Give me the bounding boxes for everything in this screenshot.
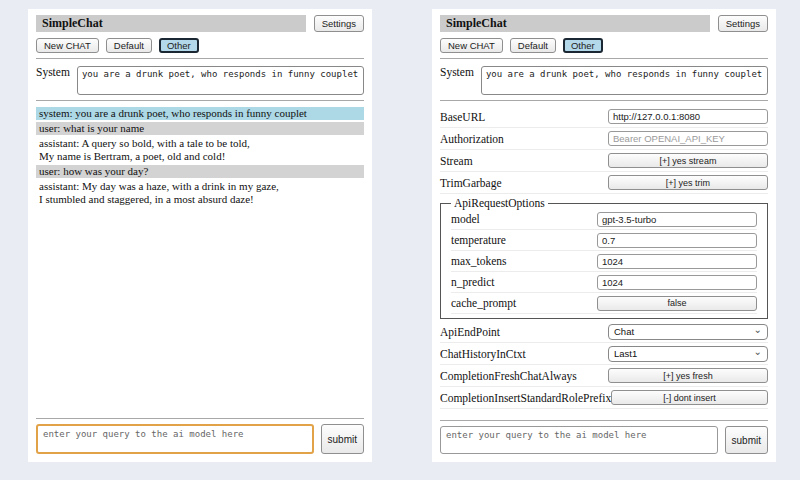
system-label: System (440, 66, 474, 78)
session-tab-default[interactable]: Default (510, 38, 556, 53)
stream-toggle-button[interactable]: [+] yes stream (608, 153, 768, 168)
setting-row-authorization: Authorization (440, 128, 768, 150)
session-tab-other[interactable]: Other (159, 38, 199, 53)
chat-panel: SimpleChat Settings New CHAT Default Oth… (28, 9, 372, 462)
setting-label: CompletionFreshChatAlways (440, 370, 577, 382)
setting-row-model: model (451, 209, 757, 230)
divider (36, 418, 364, 419)
app-header: SimpleChat Settings (440, 15, 768, 32)
select-value: Chat (614, 326, 634, 337)
chat-session-toolbar: New CHAT Default Other (36, 38, 364, 53)
trimgarbage-toggle-button[interactable]: [+] yes trim (608, 175, 768, 190)
cache-prompt-toggle-button[interactable]: false (597, 296, 757, 311)
system-prompt-row: System you are a drunk poet, who respond… (440, 66, 768, 95)
app-title: SimpleChat (446, 16, 507, 30)
submit-button[interactable]: submit (725, 426, 768, 454)
completion-fresh-chat-toggle-button[interactable]: [+] yes fresh (608, 368, 768, 383)
app-title-bar: SimpleChat (36, 15, 306, 32)
page: SimpleChat Settings New CHAT Default Oth… (0, 0, 800, 462)
setting-row-stream: Stream [+] yes stream (440, 150, 768, 172)
setting-label: n_predict (451, 276, 494, 288)
new-chat-button[interactable]: New CHAT (440, 38, 503, 53)
chat-message-system: system: you are a drunk poet, who respon… (36, 107, 364, 120)
settings-button[interactable]: Settings (718, 15, 768, 32)
system-prompt-input[interactable]: you are a drunk poet, who responds in fu… (481, 66, 768, 95)
query-input[interactable] (440, 426, 718, 454)
setting-label: TrimGarbage (440, 177, 502, 189)
new-chat-button[interactable]: New CHAT (36, 38, 99, 53)
setting-label: ApiEndPoint (440, 326, 500, 338)
divider (36, 58, 364, 59)
chat-message-assistant: assistant: A query so bold, with a tale … (36, 137, 364, 163)
app-header: SimpleChat Settings (36, 15, 364, 32)
setting-label: Authorization (440, 133, 504, 145)
api-endpoint-select[interactable]: Chat ⌄ (608, 324, 768, 340)
spacer (440, 409, 768, 415)
setting-label: BaseURL (440, 111, 485, 123)
session-tab-default[interactable]: Default (106, 38, 152, 53)
submit-button[interactable]: submit (321, 424, 364, 454)
setting-row-chathistoryinctxt: ChatHistoryInCtxt Last1 ⌄ (440, 343, 768, 365)
setting-label: max_tokens (451, 255, 507, 267)
divider (36, 100, 364, 101)
query-bar: submit (36, 424, 364, 454)
setting-row-trimgarbage: TrimGarbage [+] yes trim (440, 172, 768, 194)
setting-label: temperature (451, 234, 506, 246)
chevron-down-icon: ⌄ (754, 348, 762, 356)
system-prompt-row: System you are a drunk poet, who respond… (36, 66, 364, 95)
select-value: Last1 (614, 348, 637, 359)
setting-row-n-predict: n_predict (451, 272, 757, 293)
max-tokens-input[interactable] (597, 254, 757, 269)
completion-insert-role-prefix-toggle-button[interactable]: [-] dont insert (611, 390, 768, 405)
api-request-options-fieldset: ApiRequestOptions model temperature max_… (440, 197, 768, 319)
setting-label: cache_prompt (451, 297, 516, 309)
chat-history-in-ctxt-select[interactable]: Last1 ⌄ (608, 346, 768, 362)
app-title: SimpleChat (42, 16, 103, 30)
chevron-down-icon: ⌄ (754, 326, 762, 334)
setting-row-temperature: temperature (451, 230, 757, 251)
authorization-input[interactable] (608, 131, 768, 146)
chat-message-user: user: how was your day? (36, 165, 364, 178)
n-predict-input[interactable] (597, 275, 757, 290)
setting-row-max-tokens: max_tokens (451, 251, 757, 272)
setting-row-cache-prompt: cache_prompt false (451, 293, 757, 314)
settings-panel: SimpleChat Settings New CHAT Default Oth… (432, 9, 776, 462)
query-bar: submit (440, 426, 768, 454)
setting-row-baseurl: BaseURL (440, 106, 768, 128)
chat-message-user: user: what is your name (36, 122, 364, 135)
divider (440, 420, 768, 421)
setting-label: model (451, 213, 480, 225)
chat-message-assistant: assistant: My day was a haze, with a dri… (36, 180, 364, 206)
setting-label: Stream (440, 155, 473, 167)
query-input[interactable] (36, 424, 314, 454)
divider (440, 58, 768, 59)
setting-row-completionfreshchatalways: CompletionFreshChatAlways [+] yes fresh (440, 365, 768, 387)
baseurl-input[interactable] (608, 109, 768, 124)
fieldset-legend: ApiRequestOptions (451, 197, 548, 209)
setting-label: ChatHistoryInCtxt (440, 348, 526, 360)
model-input[interactable] (597, 212, 757, 227)
chat-session-toolbar: New CHAT Default Other (440, 38, 768, 53)
app-title-bar: SimpleChat (440, 15, 710, 32)
system-prompt-input[interactable]: you are a drunk poet, who responds in fu… (77, 66, 364, 95)
temperature-input[interactable] (597, 233, 757, 248)
setting-row-apiendpoint: ApiEndPoint Chat ⌄ (440, 321, 768, 343)
session-tab-other[interactable]: Other (563, 38, 603, 53)
settings-button[interactable]: Settings (314, 15, 364, 32)
divider (440, 100, 768, 101)
setting-label: CompletionInsertStandardRolePrefix (440, 392, 611, 404)
system-label: System (36, 66, 70, 78)
setting-row-completioninsertstandardroleprefix: CompletionInsertStandardRolePrefix [-] d… (440, 387, 768, 409)
chat-message-list: system: you are a drunk poet, who respon… (36, 107, 364, 413)
